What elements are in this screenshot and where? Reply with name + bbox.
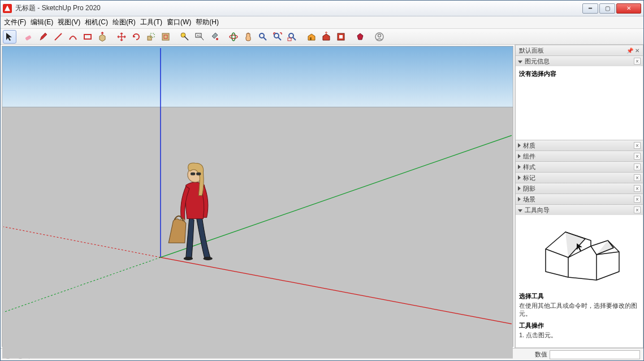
- entity-info-body: 没有选择内容: [516, 66, 643, 140]
- tool-rotate-icon[interactable]: [129, 30, 143, 44]
- minimize-button[interactable]: ━: [582, 3, 598, 14]
- svg-rect-34: [196, 173, 201, 175]
- menu-view[interactable]: 视图(V): [58, 18, 80, 27]
- app-icon: [3, 4, 12, 13]
- close-icon[interactable]: ×: [634, 164, 641, 170]
- tray-title: 默认面板: [519, 46, 544, 55]
- svg-point-13: [274, 33, 279, 38]
- section-materials-label: 材质: [523, 142, 535, 149]
- close-icon[interactable]: ×: [634, 58, 641, 65]
- window-title: 无标题 - SketchUp Pro 2020: [15, 3, 581, 13]
- svg-rect-22: [2, 107, 513, 358]
- tool-ruby-console-icon[interactable]: [353, 30, 367, 44]
- tool-arc-icon[interactable]: [66, 30, 80, 44]
- toolbar: A1: [1, 29, 643, 45]
- svg-point-30: [203, 257, 212, 260]
- svg-point-10: [230, 35, 237, 38]
- tool-scale-icon[interactable]: [144, 30, 158, 44]
- close-icon[interactable]: ×: [634, 196, 641, 203]
- tool-text-label-icon[interactable]: A1: [193, 30, 206, 44]
- instructor-body: 选择工具 在使用其他工具或命令时，选择要修改的图元。 工具操作 1. 点击图元。: [516, 215, 643, 347]
- svg-rect-33: [191, 173, 195, 175]
- section-scenes-label: 场景: [523, 196, 535, 203]
- menu-camera[interactable]: 相机(C): [85, 18, 108, 27]
- right-tray: 默认面板 📌 ✕ 图元信息 × 没有选择内容 材质× 组件× 样式× 标记× 阴…: [515, 45, 643, 348]
- section-components-header[interactable]: 组件×: [516, 151, 643, 161]
- svg-point-11: [232, 33, 235, 41]
- tool-push-pull-icon[interactable]: [96, 30, 109, 44]
- menu-window[interactable]: 窗口(W): [167, 18, 191, 27]
- section-tags-label: 标记: [523, 174, 535, 181]
- section-tags-header[interactable]: 标记×: [516, 173, 643, 183]
- tool-add-location-icon[interactable]: [334, 30, 348, 44]
- maximize-button[interactable]: ▢: [599, 3, 615, 14]
- tool-rectangle-icon[interactable]: [81, 30, 94, 44]
- tool-3d-warehouse-icon[interactable]: [305, 30, 318, 44]
- svg-text:A1: A1: [197, 34, 201, 37]
- tool-select-arrow-icon[interactable]: [3, 30, 16, 44]
- menu-help[interactable]: 帮助(H): [196, 18, 219, 27]
- menu-file[interactable]: 文件(F): [4, 18, 26, 27]
- close-icon[interactable]: ×: [634, 142, 641, 149]
- instructor-title: 选择工具: [519, 292, 639, 300]
- svg-point-9: [216, 38, 218, 40]
- measure-input[interactable]: [550, 350, 640, 359]
- svg-rect-2: [148, 36, 152, 40]
- tool-line-icon[interactable]: [51, 30, 65, 44]
- svg-rect-4: [162, 33, 169, 40]
- section-components-label: 组件: [523, 153, 535, 160]
- tool-zoom-icon[interactable]: [256, 30, 270, 44]
- svg-rect-0: [25, 35, 32, 40]
- tool-eraser-icon[interactable]: [22, 30, 36, 44]
- tool-orbit-icon[interactable]: [227, 30, 240, 44]
- tool-zoom-window-icon[interactable]: [286, 30, 299, 44]
- menu-edit[interactable]: 编辑(E): [31, 18, 53, 27]
- close-icon[interactable]: ×: [634, 174, 641, 181]
- instructor-op-title: 工具操作: [519, 321, 639, 330]
- tool-zoom-extents-icon[interactable]: [271, 30, 284, 44]
- close-icon[interactable]: ×: [634, 185, 641, 192]
- svg-point-14: [289, 33, 293, 38]
- tool-pan-icon[interactable]: [241, 30, 255, 44]
- svg-rect-16: [310, 37, 312, 40]
- section-styles-header[interactable]: 样式×: [516, 162, 643, 172]
- svg-rect-1: [84, 35, 91, 39]
- tool-move-icon[interactable]: [115, 30, 128, 44]
- svg-rect-18: [339, 35, 343, 38]
- tool-tape-measure-icon[interactable]: [178, 30, 192, 44]
- section-materials-header[interactable]: 材质×: [516, 140, 643, 151]
- section-shadows-label: 阴影: [523, 185, 535, 192]
- tool-user-account-icon[interactable]: [373, 30, 386, 44]
- tool-offset-icon[interactable]: [159, 30, 172, 44]
- section-shadows-header[interactable]: 阴影×: [516, 183, 643, 194]
- section-entity-info-header[interactable]: 图元信息 ×: [516, 56, 643, 66]
- close-icon[interactable]: ×: [634, 207, 641, 213]
- svg-point-29: [184, 257, 193, 260]
- pin-icon[interactable]: 📌 ✕: [626, 48, 639, 54]
- section-styles-label: 样式: [523, 164, 535, 170]
- svg-rect-21: [2, 46, 513, 107]
- entity-info-text: 没有选择内容: [519, 70, 556, 77]
- instructor-desc: 在使用其他工具或命令时，选择要修改的图元。: [519, 302, 639, 318]
- tool-pencil-icon[interactable]: [37, 30, 50, 44]
- menu-tools[interactable]: 工具(T): [140, 18, 162, 27]
- close-icon[interactable]: ×: [634, 153, 641, 160]
- instructor-op-step1: 1. 点击图元。: [519, 331, 639, 339]
- section-scenes-header[interactable]: 场景×: [516, 194, 643, 204]
- svg-point-20: [378, 34, 381, 37]
- menu-draw[interactable]: 绘图(R): [113, 18, 136, 27]
- close-button[interactable]: ✕: [616, 3, 641, 14]
- tray-title-bar[interactable]: 默认面板 📌 ✕: [515, 45, 643, 56]
- viewport[interactable]: [2, 46, 513, 347]
- titlebar: 无标题 - SketchUp Pro 2020 ━ ▢ ✕: [1, 1, 643, 16]
- instructor-illustration: [529, 221, 630, 289]
- section-instructor-header[interactable]: 工具向导 ×: [516, 205, 643, 215]
- section-entity-info-label: 图元信息: [525, 58, 550, 65]
- section-instructor-label: 工具向导: [525, 207, 550, 213]
- tool-paint-bucket-icon[interactable]: [208, 30, 221, 44]
- measure-label: 数值: [535, 350, 547, 359]
- menu-bar: 文件(F) 编辑(E) 视图(V) 相机(C) 绘图(R) 工具(T) 窗口(W…: [1, 16, 643, 29]
- svg-point-12: [260, 33, 264, 38]
- tool-extension-warehouse-icon[interactable]: [319, 30, 333, 44]
